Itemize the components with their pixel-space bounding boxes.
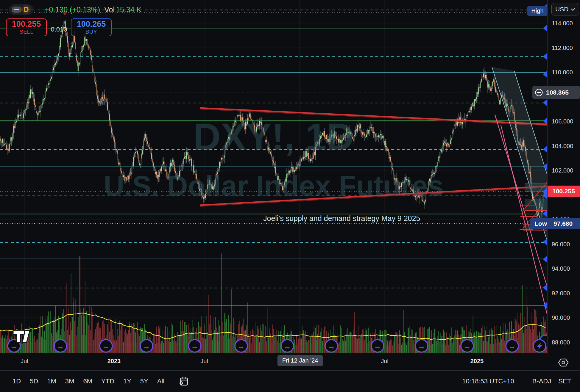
alert-arrow-icon — [543, 238, 548, 246]
back-adjust-toggle[interactable]: B-ADJ — [528, 377, 556, 385]
range-button-1y[interactable]: 1Y — [120, 376, 135, 387]
price-tick-label: 106.000 — [552, 118, 579, 125]
strategy-annotation: Joeli's supply and demand strategy May 9… — [263, 214, 420, 223]
event-arrow-glyph: → — [102, 342, 110, 350]
range-button-5d[interactable]: 5D — [26, 376, 42, 387]
horizontal-levels — [0, 10, 547, 344]
goto-date-button[interactable] — [178, 376, 188, 387]
event-arrow-glyph: → — [464, 342, 471, 350]
low-label-text: Low — [534, 220, 547, 227]
alert-arrow-icon — [543, 99, 548, 106]
price-chart-canvas[interactable]: →→→→→→→→→→→→ — [0, 0, 580, 354]
alert-arrow-icon — [543, 53, 548, 60]
currency-value: USD — [555, 6, 568, 13]
time-tick-label: 2023 — [107, 358, 121, 365]
candles-up — [2, 21, 546, 216]
price-axis[interactable]: 114.000112.000110.000108.000106.000104.0… — [547, 0, 580, 354]
toolbar-divider — [524, 376, 524, 386]
buy-button[interactable]: 100.265 BUY — [71, 18, 112, 36]
alert-arrow-icon — [543, 145, 548, 153]
volume-label: Vol — [104, 5, 115, 14]
range-buttons: 1D5D1M3M6MYTD1Y5YAll — [9, 376, 170, 387]
trendline-shadow — [200, 187, 547, 206]
range-button-5y[interactable]: 5Y — [137, 376, 152, 387]
price-tick-label: 96.000 — [552, 241, 579, 248]
plot-area: →→→→→→→→→→→→ — [0, 0, 579, 354]
trading-chart-app: →→→→→→→→→→→→ DXY!, 1D U.S. Dollar Index … — [0, 0, 580, 392]
currency-dropdown[interactable]: USD — [551, 3, 579, 15]
dash-icon — [14, 9, 19, 10]
range-button-1d[interactable]: 1D — [9, 376, 24, 387]
event-arrow-glyph: → — [191, 342, 199, 350]
price-tick-label: 102.000 — [552, 167, 579, 174]
calendar-goto-icon — [178, 376, 188, 387]
low-price-tag: Low 97.680 — [530, 218, 580, 229]
alert-arrow-icon — [543, 70, 548, 78]
hide-indicator-toggle[interactable] — [12, 7, 22, 13]
timeframe-label[interactable]: D — [22, 5, 31, 14]
add-alert-plus-icon[interactable] — [535, 88, 543, 97]
sell-label: SELL — [19, 29, 33, 35]
bottom-toolbar: 1D5D1M3M6MYTD1Y5YAll 10:18:53 UTC+10 B-A… — [0, 370, 580, 392]
axis-alert-markers — [543, 4, 548, 309]
price-tick-label: 112.000 — [552, 45, 579, 51]
event-arrow-glyph: → — [143, 342, 150, 350]
event-arrow-glyph: → — [57, 342, 64, 350]
timeframe-pill[interactable]: D — [9, 4, 33, 15]
event-arrow-glyph: → — [509, 342, 516, 350]
clock-timezone[interactable]: 10:18:53 UTC+10 — [457, 377, 519, 385]
crosshair-price-value: 108.365 — [546, 89, 569, 96]
gridlines — [0, 0, 547, 354]
crosshair-price-label: 108.365 — [532, 86, 580, 99]
range-button-ytd[interactable]: YTD — [98, 376, 118, 387]
range-button-all[interactable]: All — [154, 376, 168, 387]
range-button-6m[interactable]: 6M — [79, 376, 96, 387]
last-price-label: 100.255 — [548, 186, 580, 197]
trendline-shadow — [200, 109, 547, 126]
instant-detail-eye-icon[interactable] — [557, 357, 569, 369]
settlement-toggle[interactable]: SET — [555, 377, 574, 385]
event-arrow-glyph: → — [418, 342, 425, 350]
change-value: +0.130 (+0.13%) — [45, 5, 100, 14]
time-crosshair-tooltip: Fri 12 Jan '24 — [277, 355, 323, 366]
event-arrow-glyph: → — [328, 342, 335, 350]
price-tick-label: 114.000 — [552, 20, 579, 27]
price-tick-label: 90.000 — [552, 314, 579, 321]
buy-label: BUY — [85, 29, 97, 35]
price-tick-label: 104.000 — [552, 143, 579, 150]
time-tick-label: Jul — [381, 358, 389, 365]
price-change-readout: +0.130 (+0.13%)Vol15.34 K — [45, 5, 141, 14]
sell-button[interactable]: 100.255 SELL — [6, 18, 47, 36]
low-price-value: 97.680 — [554, 220, 573, 227]
range-button-1m[interactable]: 1M — [43, 376, 60, 387]
event-arrow-glyph: → — [374, 342, 381, 350]
price-tick-label: 92.000 — [552, 290, 579, 297]
alert-arrow-icon — [543, 255, 548, 263]
volume-value: 15.34 K — [116, 5, 141, 14]
chevron-down-icon — [570, 8, 575, 11]
toolbar-right: 10:18:53 UTC+10 B-ADJ SET — [457, 376, 575, 386]
high-price-tag: High — [527, 6, 548, 16]
time-axis[interactable]: Fri 12 Jan '24 Jul2023JulJul2025 — [0, 354, 580, 371]
time-tick-label: Jul — [200, 358, 208, 365]
buy-price: 100.265 — [77, 20, 106, 29]
price-tick-label: 88.000 — [552, 339, 579, 346]
event-arrow-glyph: → — [284, 342, 291, 350]
alert-arrow-icon — [543, 284, 548, 291]
event-arrow-glyph: → — [10, 342, 18, 350]
range-button-3m[interactable]: 3M — [62, 376, 78, 387]
time-tick-label: Jul — [21, 358, 28, 365]
sell-price: 100.255 — [12, 20, 41, 29]
price-tick-label: 110.000 — [552, 69, 579, 76]
alert-arrow-icon — [543, 24, 548, 32]
price-tick-label: 94.000 — [552, 265, 579, 272]
toolbar-divider — [174, 376, 174, 386]
event-arrow-glyph: → — [238, 342, 245, 350]
time-tick-label: 2025 — [470, 358, 484, 365]
spread-value: 0.010 — [48, 26, 70, 33]
